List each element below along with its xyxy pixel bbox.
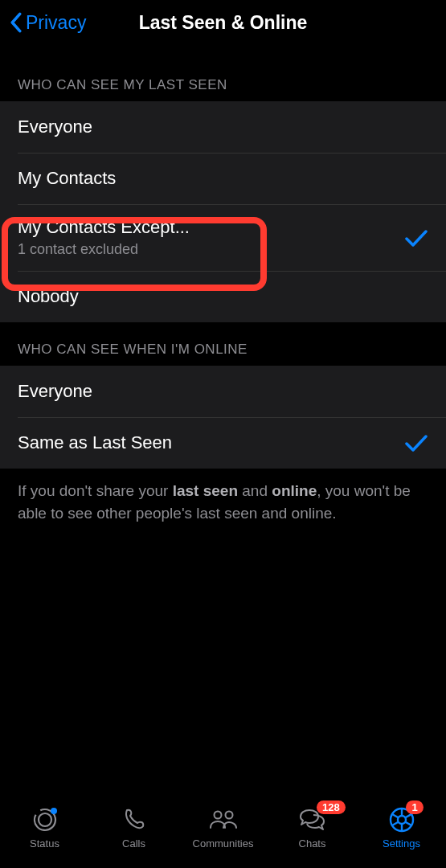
badge-count: 1 bbox=[406, 800, 423, 814]
tab-calls[interactable]: Calls bbox=[89, 805, 178, 850]
option-label: My Contacts bbox=[18, 168, 116, 189]
svg-point-1 bbox=[39, 813, 51, 826]
section-header-online: WHO CAN SEE WHEN I'M ONLINE bbox=[0, 322, 446, 366]
option-my-contacts[interactable]: My Contacts bbox=[0, 153, 446, 204]
back-button[interactable]: Privacy bbox=[10, 12, 86, 34]
option-same-as-last-seen[interactable]: Same as Last Seen bbox=[0, 417, 446, 469]
nav-header: Privacy Last Seen & Online bbox=[0, 0, 446, 45]
footer-note: If you don't share your last seen and on… bbox=[0, 469, 446, 535]
svg-line-11 bbox=[392, 822, 399, 826]
option-online-everyone[interactable]: Everyone bbox=[0, 366, 446, 417]
tab-chats[interactable]: 128 Chats bbox=[268, 805, 357, 850]
svg-point-3 bbox=[214, 812, 221, 819]
checkmark-icon bbox=[404, 228, 428, 248]
tab-settings[interactable]: 1 Settings bbox=[357, 805, 446, 850]
option-label: Everyone bbox=[18, 117, 92, 137]
tab-label: Chats bbox=[299, 837, 326, 850]
communities-icon bbox=[207, 805, 239, 834]
last-seen-list: Everyone My Contacts My Contacts Except.… bbox=[0, 101, 446, 322]
svg-point-4 bbox=[225, 812, 232, 819]
checkmark-icon bbox=[404, 433, 428, 452]
tab-communities[interactable]: Communities bbox=[178, 805, 268, 850]
svg-line-12 bbox=[405, 814, 411, 818]
tab-bar: Status Calls Communities 128 Chats 1 bbox=[0, 797, 446, 868]
badge-count: 128 bbox=[317, 800, 346, 814]
tab-label: Status bbox=[30, 837, 59, 850]
status-icon bbox=[31, 805, 59, 834]
online-list: Everyone Same as Last Seen bbox=[0, 366, 446, 469]
phone-icon bbox=[121, 805, 147, 834]
option-nobody[interactable]: Nobody bbox=[0, 271, 446, 322]
option-label: Everyone bbox=[18, 381, 92, 402]
tab-status[interactable]: Status bbox=[0, 805, 89, 850]
chevron-left-icon bbox=[10, 12, 23, 33]
option-sublabel: 1 contact excluded bbox=[18, 241, 190, 258]
tab-label: Communities bbox=[193, 837, 254, 850]
back-label: Privacy bbox=[26, 12, 86, 34]
svg-line-9 bbox=[392, 814, 399, 818]
svg-point-2 bbox=[51, 808, 57, 814]
section-header-last-seen: WHO CAN SEE MY LAST SEEN bbox=[0, 45, 446, 101]
tab-label: Settings bbox=[383, 837, 420, 850]
svg-line-10 bbox=[405, 822, 411, 826]
option-label: Nobody bbox=[18, 286, 79, 307]
option-everyone[interactable]: Everyone bbox=[0, 101, 446, 153]
option-label: Same as Last Seen bbox=[18, 432, 172, 453]
tab-label: Calls bbox=[122, 837, 145, 850]
option-my-contacts-except[interactable]: My Contacts Except... 1 contact excluded bbox=[0, 204, 446, 271]
option-label: My Contacts Except... bbox=[18, 217, 190, 238]
